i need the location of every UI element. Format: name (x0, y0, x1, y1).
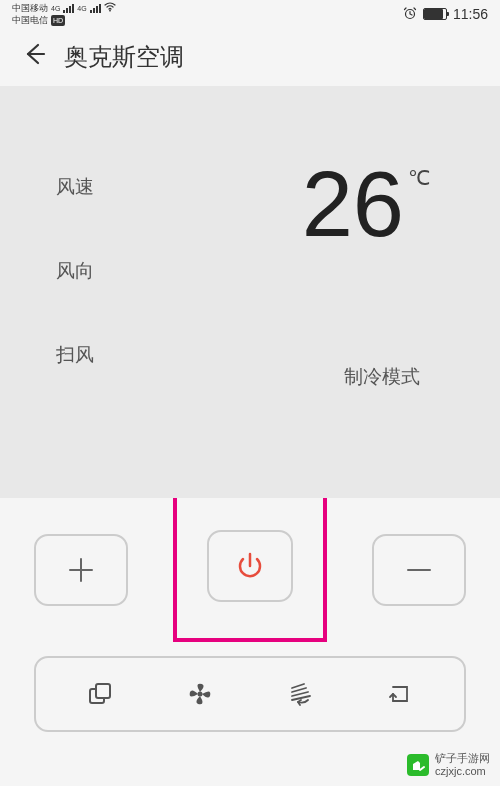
power-button[interactable] (207, 530, 293, 602)
svg-point-4 (198, 692, 203, 697)
mode-button[interactable] (82, 676, 118, 712)
power-highlight-box (173, 490, 327, 642)
temperature-unit: ℃ (408, 166, 430, 190)
page-title: 奥克斯空调 (64, 41, 184, 73)
temp-down-button[interactable] (372, 534, 466, 606)
fan-icon (184, 678, 216, 710)
carrier-2: 中国电信 (12, 15, 48, 26)
status-carriers: 中国移动 4G 4G 中国电信 HD (12, 2, 116, 26)
clock-time: 11:56 (453, 6, 488, 22)
swing-mode-button[interactable] (282, 676, 318, 712)
watermark-url: czjxjc.com (435, 765, 490, 778)
header: 奥克斯空调 (0, 28, 500, 86)
temperature-value: 26 (302, 158, 404, 250)
main-display: 风速 风向 扫风 26 ℃ 制冷模式 (0, 86, 500, 498)
signal-icon-2 (90, 4, 101, 13)
net-label-2: 4G (77, 3, 86, 14)
minus-icon (402, 553, 436, 587)
status-bar: 中国移动 4G 4G 中国电信 HD 11:56 (0, 0, 500, 28)
watermark: 铲子手游网 czjxjc.com (407, 752, 490, 778)
watermark-logo-icon (407, 754, 429, 776)
bottom-toolbar (34, 656, 466, 732)
battery-icon (423, 8, 447, 20)
signal-icon (63, 4, 74, 13)
fan-button[interactable] (182, 676, 218, 712)
mode-label: 制冷模式 (344, 364, 420, 390)
swing-icon (284, 678, 316, 710)
power-icon (232, 548, 268, 584)
net-label-1: 4G (51, 3, 60, 14)
carrier-1: 中国移动 (12, 3, 48, 14)
alarm-icon (403, 6, 417, 23)
mode-icon (85, 679, 115, 709)
svg-rect-3 (96, 684, 110, 698)
timer-button[interactable] (382, 676, 418, 712)
hd-badge: HD (51, 15, 65, 26)
svg-point-0 (109, 10, 111, 12)
cycle-icon (385, 679, 415, 709)
back-arrow-icon[interactable] (20, 41, 46, 74)
fan-speed-button[interactable]: 风速 (56, 174, 94, 200)
temp-up-button[interactable] (34, 534, 128, 606)
watermark-title: 铲子手游网 (435, 752, 490, 765)
fan-direction-button[interactable]: 风向 (56, 258, 94, 284)
wifi-icon (104, 2, 116, 15)
status-right: 11:56 (403, 6, 488, 23)
swing-button[interactable]: 扫风 (56, 342, 94, 368)
plus-icon (64, 553, 98, 587)
control-buttons (0, 498, 500, 634)
temperature-display: 26 ℃ (302, 158, 430, 250)
